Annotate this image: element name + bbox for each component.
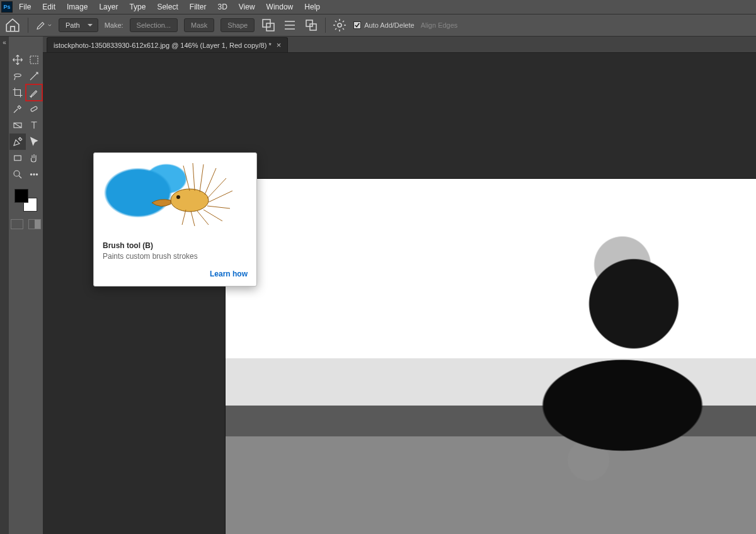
path-mode-label: Path (66, 21, 80, 29)
separator (28, 18, 28, 33)
rectangle-tool[interactable] (9, 150, 26, 166)
document-tab[interactable]: istockphoto-1350833930-612x612.jpg @ 146… (47, 37, 288, 52)
canvas-viewport[interactable]: Brush tool (B) Paints custom brush strok… (43, 53, 756, 534)
options-bar: Path Make: Selection... Mask Shape Auto … (0, 14, 756, 37)
menu-type[interactable]: Type (124, 1, 151, 13)
path-select-tool[interactable] (26, 134, 42, 150)
canvas-image-content (226, 179, 756, 534)
auto-add-delete-toggle[interactable]: Auto Add/Delete (353, 21, 415, 29)
rectangle-icon (12, 152, 23, 164)
home-button[interactable] (4, 16, 21, 34)
wand-icon (28, 71, 40, 82)
path-mode-select[interactable]: Path (59, 18, 98, 32)
pen-icon (12, 136, 23, 147)
gear-icon (332, 18, 347, 33)
svg-point-4 (338, 23, 341, 27)
hand-icon (28, 152, 40, 164)
gradient-tool[interactable] (9, 117, 26, 134)
separator (325, 18, 326, 33)
tooltip-fish-illustration (146, 159, 240, 229)
home-icon (4, 17, 21, 33)
path-ops-icon (261, 18, 276, 33)
type-icon (28, 120, 40, 131)
bandage-icon (28, 103, 40, 115)
svg-rect-2 (306, 20, 312, 26)
hand-tool[interactable] (26, 150, 42, 166)
canvas[interactable] (226, 179, 756, 534)
collapse-panels-button[interactable]: « (3, 39, 6, 46)
close-tab-button[interactable]: × (277, 41, 282, 49)
tool-rich-tooltip: Brush tool (B) Paints custom brush strok… (93, 152, 257, 287)
foreground-color-swatch[interactable] (14, 189, 28, 203)
brush-tool[interactable] (26, 84, 42, 101)
eyedropper-tool[interactable] (9, 101, 26, 117)
document-tab-bar: istockphoto-1350833930-612x612.jpg @ 146… (43, 37, 756, 53)
menu-view[interactable]: View (234, 1, 260, 13)
spot-heal-tool[interactable] (26, 101, 42, 117)
crop-icon (12, 87, 23, 98)
svg-rect-8 (14, 156, 21, 161)
pen-tool[interactable] (9, 134, 26, 150)
tooltip-title: Brush tool (B) (103, 241, 248, 250)
menu-layer[interactable]: Layer (94, 1, 123, 13)
document-area: istockphoto-1350833930-612x612.jpg @ 146… (43, 37, 756, 534)
gradient-icon (12, 120, 23, 131)
menu-bar: Ps File Edit Image Layer Type Select Fil… (0, 0, 756, 14)
marquee-tool[interactable] (26, 52, 42, 68)
menu-3d[interactable]: 3D (212, 1, 232, 13)
svg-rect-5 (30, 56, 38, 64)
tooltip-learn-how-link[interactable]: Learn how (103, 270, 248, 278)
tools-panel (9, 37, 43, 534)
eyedropper-icon (12, 103, 23, 115)
make-selection-button[interactable]: Selection... (130, 18, 178, 32)
tooltip-description: Paints custom brush strokes (103, 252, 248, 261)
panel-collapse-column: « (0, 37, 9, 534)
path-arrangement-button[interactable] (304, 18, 319, 33)
pen-icon (35, 20, 47, 31)
align-icon (282, 18, 297, 33)
move-tool[interactable] (9, 52, 26, 68)
svg-rect-6 (30, 106, 37, 111)
svg-point-9 (14, 171, 20, 176)
menu-file[interactable]: File (14, 1, 36, 13)
path-operations-button[interactable] (261, 18, 276, 33)
app-logo: Ps (1, 1, 13, 13)
make-label: Make: (105, 21, 123, 29)
brush-icon (28, 87, 40, 98)
type-tool[interactable] (26, 117, 42, 134)
zoom-icon (12, 169, 23, 180)
menu-select[interactable]: Select (152, 1, 183, 13)
svg-point-10 (30, 174, 32, 175)
document-tab-title: istockphoto-1350833930-612x612.jpg @ 146… (54, 42, 272, 49)
marquee-icon (28, 54, 40, 65)
workspace: « (0, 37, 756, 534)
standard-mode-button[interactable] (11, 219, 23, 229)
quick-select-tool[interactable] (26, 68, 42, 84)
crop-tool[interactable] (9, 84, 26, 101)
path-options-gear[interactable] (332, 18, 347, 33)
quick-mask-mode-button[interactable] (28, 219, 41, 229)
arrange-icon (304, 18, 319, 33)
make-shape-button[interactable]: Shape (220, 18, 255, 32)
menu-help[interactable]: Help (299, 1, 325, 13)
current-tool-indicator[interactable] (35, 16, 52, 34)
chevron-down-icon (48, 23, 52, 28)
svg-point-14 (176, 195, 180, 199)
svg-point-11 (33, 174, 35, 175)
align-edges-label: Align Edges (421, 21, 458, 29)
menu-edit[interactable]: Edit (37, 1, 60, 13)
lasso-tool[interactable] (9, 68, 26, 84)
checkbox-checked-icon (353, 21, 361, 29)
menu-filter[interactable]: Filter (185, 1, 212, 13)
edit-toolbar[interactable] (26, 166, 42, 183)
path-alignment-button[interactable] (282, 18, 297, 33)
auto-add-delete-label: Auto Add/Delete (364, 21, 415, 29)
menu-window[interactable]: Window (261, 1, 299, 13)
foreground-background-colors[interactable] (13, 188, 38, 213)
arrow-cursor-icon (28, 136, 40, 147)
zoom-tool[interactable] (9, 166, 26, 183)
tooltip-preview (94, 153, 256, 235)
svg-rect-3 (310, 24, 316, 30)
menu-image[interactable]: Image (62, 1, 93, 13)
make-mask-button[interactable]: Mask (184, 18, 214, 32)
